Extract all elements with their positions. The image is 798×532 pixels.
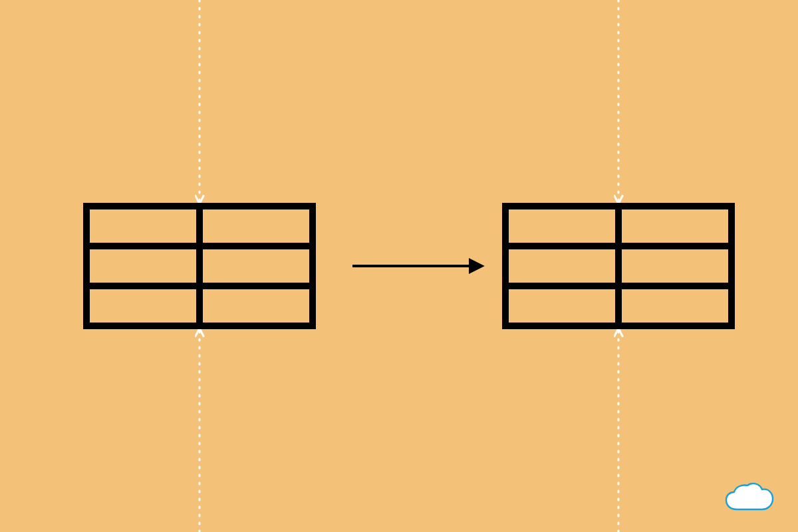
cloud-icon (724, 483, 775, 515)
grid-right (505, 206, 732, 326)
grid-left (86, 206, 313, 326)
diagram-canvas (0, 0, 798, 532)
